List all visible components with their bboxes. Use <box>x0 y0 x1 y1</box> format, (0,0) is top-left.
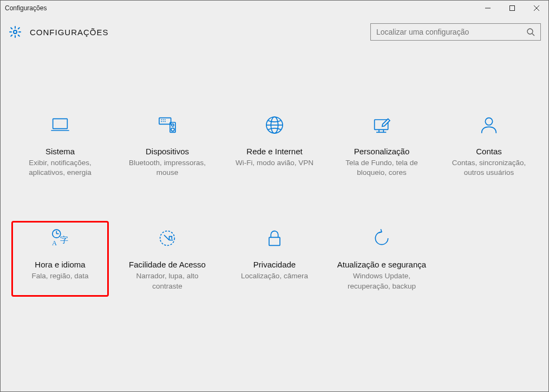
tile-title: Rede e Internet <box>246 147 302 156</box>
tile-title: Dispositivos <box>146 147 189 156</box>
tile-title: Facilidade de Acesso <box>129 260 206 269</box>
page-title: CONFIGURAÇÕES <box>30 28 109 37</box>
tile-desc: Windows Update, recuperação, backup <box>336 271 427 291</box>
search-input[interactable] <box>376 28 526 36</box>
person-icon <box>477 113 501 137</box>
tile-desc: Exibir, notificações, aplicativos, energ… <box>15 158 106 178</box>
tile-system[interactable]: Sistema Exibir, notificações, aplicativo… <box>11 108 109 183</box>
svg-text:A: A <box>52 240 57 247</box>
close-icon <box>534 5 539 11</box>
gear-icon <box>8 25 22 39</box>
tile-title: Privacidade <box>253 260 296 269</box>
svg-rect-33 <box>269 238 280 246</box>
update-icon <box>370 226 394 250</box>
svg-rect-7 <box>53 119 68 128</box>
window-title: Configurações <box>5 4 47 12</box>
tile-accounts[interactable]: Contas Contas, sincronização, outros usu… <box>440 108 538 183</box>
tile-desc: Localização, câmera <box>241 271 308 281</box>
header: CONFIGURAÇÕES <box>1 16 548 48</box>
svg-text:字: 字 <box>60 236 68 245</box>
lock-icon <box>263 226 286 250</box>
devices-icon <box>155 113 179 137</box>
search-box[interactable] <box>370 23 541 41</box>
maximize-icon <box>509 5 515 11</box>
svg-point-5 <box>527 29 533 34</box>
time-language-icon: A 字 <box>48 226 72 250</box>
globe-icon <box>263 113 286 137</box>
svg-point-4 <box>14 30 17 34</box>
tile-title: Atualização e segurança <box>337 260 426 269</box>
tile-desc: Narrador, lupa, alto contraste <box>122 271 213 291</box>
tile-desc: Fala, região, data <box>31 271 88 281</box>
search-icon <box>526 28 535 36</box>
tile-title: Contas <box>476 147 502 156</box>
tile-privacy[interactable]: Privacidade Localização, câmera <box>226 221 323 296</box>
tile-time-language[interactable]: A 字 Hora e idioma Fala, região, data <box>11 221 109 296</box>
tile-desc: Tela de Fundo, tela de bloqueio, cores <box>336 158 427 178</box>
window-controls <box>475 1 548 16</box>
svg-point-26 <box>485 118 492 125</box>
svg-point-18 <box>171 128 174 131</box>
ease-of-access-icon <box>155 226 179 250</box>
tile-personalization[interactable]: Personalização Tela de Fundo, tela de bl… <box>333 108 430 183</box>
main-content: Sistema Exibir, notificações, aplicativo… <box>1 48 548 297</box>
settings-window: Configurações CONFIGURAÇÕES <box>0 0 549 392</box>
laptop-icon <box>48 113 72 137</box>
tile-desc: Contas, sincronização, outros usuários <box>443 158 534 178</box>
close-button[interactable] <box>524 1 548 16</box>
tile-update-security[interactable]: Atualização e segurança Windows Update, … <box>333 221 430 296</box>
svg-line-6 <box>532 34 534 36</box>
tile-network[interactable]: Rede e Internet Wi-Fi, modo avião, VPN <box>226 108 323 183</box>
maximize-button[interactable] <box>500 1 524 16</box>
tile-desc: Bluetooth, impressoras, mouse <box>122 158 213 178</box>
minimize-button[interactable] <box>475 1 500 16</box>
tile-desc: Wi-Fi, modo avião, VPN <box>236 158 313 168</box>
minimize-icon <box>485 5 491 11</box>
svg-point-17 <box>172 124 174 126</box>
tile-devices[interactable]: Dispositivos Bluetooth, impressoras, mou… <box>119 108 216 183</box>
tile-title: Personalização <box>354 147 410 156</box>
tile-title: Sistema <box>45 147 75 156</box>
svg-rect-1 <box>509 6 514 11</box>
personalization-icon <box>370 113 394 137</box>
tile-ease-of-access[interactable]: Facilidade de Acesso Narrador, lupa, alt… <box>119 221 216 296</box>
settings-grid: Sistema Exibir, notificações, aplicativo… <box>11 108 538 297</box>
titlebar: Configurações <box>1 1 548 16</box>
tile-title: Hora e idioma <box>35 260 85 269</box>
